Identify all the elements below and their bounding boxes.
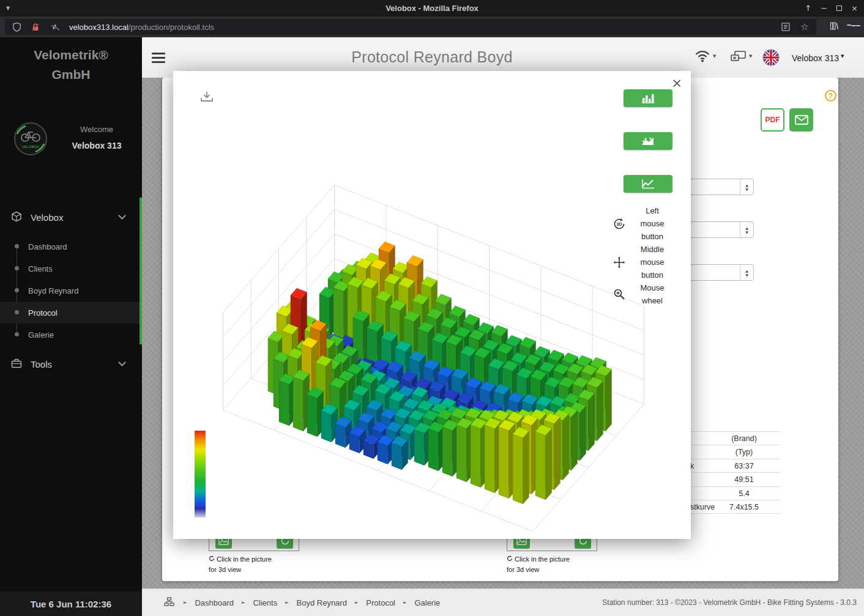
logo-text: VELOBOX — [22, 145, 40, 149]
breadcrumb-dashboard[interactable]: Dashboard — [195, 598, 234, 607]
view-area-chart-button[interactable] — [624, 132, 672, 150]
legend-zoom-entry: Mouse wheel — [611, 281, 677, 307]
legend-rotate-entry: 3D Left mouse button — [611, 204, 677, 243]
legend-line: mouse — [627, 217, 677, 230]
sidebar-item-protocol[interactable]: Protocol — [0, 302, 142, 324]
remote-desktop-caret-icon[interactable]: ▼ — [749, 54, 752, 59]
keep-on-top-icon[interactable]: ↑ — [805, 4, 811, 13]
stepper-up-icon[interactable]: ▲ — [745, 183, 748, 187]
nav-section-label: Tools — [31, 359, 52, 369]
breadcrumb-galerie[interactable]: Galerie — [414, 598, 440, 607]
nav-section-tools[interactable]: Tools — [0, 351, 142, 377]
sidebar-item-dashboard[interactable]: Dashboard — [0, 236, 142, 258]
view-line-chart-button[interactable] — [624, 175, 672, 193]
menu-hamburger-icon[interactable] — [847, 19, 860, 32]
url-path: /production/protokoll.tcls — [128, 23, 214, 32]
download-chart-icon[interactable] — [200, 91, 214, 105]
sidebar-item-label: Galerie — [28, 330, 54, 340]
row-value: 49:51 — [707, 475, 781, 484]
reader-view-icon[interactable] — [779, 20, 792, 34]
tab-list-caret-icon[interactable]: ▼ — [6, 6, 10, 11]
view-bar-chart-button[interactable] — [624, 89, 672, 107]
url-bar[interactable]: velobox313.local/production/protokoll.tc… — [5, 19, 816, 35]
breadcrumb-separator-icon: ► — [355, 600, 358, 605]
stepper-down-icon[interactable]: ▼ — [745, 187, 748, 191]
maximize-icon[interactable] — [836, 6, 842, 11]
legend-line: mouse — [627, 256, 677, 269]
rotate-mini-icon — [507, 555, 513, 562]
stepper-up-icon[interactable]: ▲ — [745, 226, 748, 230]
row-value: (Typ) — [707, 448, 781, 456]
modal-close-icon[interactable]: × — [671, 76, 682, 91]
user-menu[interactable]: Velobox 313 — [792, 53, 839, 63]
library-icon[interactable] — [827, 19, 841, 32]
briefcase-icon — [11, 358, 22, 370]
legend-line: wheel — [627, 294, 677, 307]
stepper-down-icon[interactable]: ▼ — [745, 273, 748, 277]
caption-line1: Click in the picture — [217, 555, 272, 563]
stepper-up-icon[interactable]: ▲ — [745, 269, 748, 273]
bar-chart-icon — [641, 93, 655, 103]
breadcrumb-boyd-reynard[interactable]: Boyd Reynard — [297, 598, 347, 607]
nav-section-label: Velobox — [31, 212, 63, 223]
url-text: velobox313.local/production/protokoll.tc… — [69, 23, 773, 32]
row-value: 5.4 — [707, 489, 781, 498]
sidebar-user-name: Velobox 313 — [59, 141, 135, 150]
tracking-shield-icon[interactable] — [10, 20, 23, 34]
caption-line2: for 3d view — [507, 565, 597, 575]
help-icon[interactable]: ? — [825, 90, 836, 102]
breadcrumb-clients[interactable]: Clients — [253, 598, 277, 607]
window-titlebar: ▼ Velobox - Mozilla Firefox ↑ − × — [0, 0, 864, 17]
bullet-dot-icon — [15, 244, 19, 248]
sitemap-icon — [164, 597, 174, 608]
color-scale-legend — [195, 431, 206, 518]
legend-line: Middle — [627, 243, 677, 256]
legend-move-entry: Middle mouse button — [611, 243, 677, 281]
sidebar-item-clients[interactable]: Clients — [0, 258, 142, 280]
mouse-controls-legend: 3D Left mouse button Middle mouse button — [611, 204, 677, 307]
row-value: (Brand) — [707, 434, 781, 443]
pressure-3d-modal: × 3D Left mouse button — [173, 71, 691, 539]
line-chart-icon — [641, 179, 655, 189]
insecure-lock-icon[interactable] — [29, 20, 42, 34]
bullet-dot-icon — [15, 332, 19, 336]
breadcrumb-separator-icon: ► — [242, 600, 245, 605]
chevron-down-icon — [118, 212, 126, 220]
zoom-magnifier-icon — [611, 288, 627, 300]
breadcrumb-separator-icon: ► — [285, 600, 288, 605]
language-flag-icon[interactable] — [762, 49, 780, 69]
minimize-icon[interactable]: − — [821, 4, 827, 13]
breadcrumb-protocol[interactable]: Protocol — [366, 598, 395, 607]
legend-line: button — [627, 269, 677, 281]
area-chart-icon — [641, 136, 655, 146]
breadcrumb-separator-icon: ► — [184, 600, 187, 605]
sidebar-item-boyd-reynard[interactable]: Boyd Reynard — [0, 280, 142, 302]
brand-line1: Velometrik® — [0, 45, 142, 65]
sidebar-clock: Tue 6 Jun 11:02:36 — [0, 592, 142, 616]
sidebar: Velometrik® GmbH VELOBOX Welcome Velobox… — [0, 37, 142, 616]
remote-desktop-icon[interactable] — [731, 51, 747, 65]
bookmark-star-icon[interactable]: ☆ — [798, 20, 811, 34]
permissions-icon[interactable] — [48, 20, 61, 34]
legend-line: button — [627, 230, 677, 243]
stepper-down-icon[interactable]: ▼ — [745, 230, 748, 234]
window-close-icon[interactable]: × — [851, 4, 858, 13]
breadcrumb-separator-icon: ► — [403, 600, 406, 605]
envelope-icon — [795, 115, 808, 125]
brand-name: Velometrik® GmbH — [0, 45, 142, 84]
sidebar-item-label: Clients — [28, 264, 53, 273]
url-host: velobox313.local — [69, 23, 128, 32]
row-value: 7.4x15.5 — [707, 503, 781, 511]
wifi-caret-icon[interactable]: ▼ — [713, 54, 716, 59]
send-email-button[interactable] — [789, 108, 813, 132]
wifi-icon[interactable] — [695, 50, 710, 65]
sidebar-item-galerie[interactable]: Galerie — [0, 324, 142, 346]
user-menu-caret-icon[interactable]: ▼ — [841, 54, 844, 59]
nav-section-velobox[interactable]: Velobox — [0, 204, 142, 231]
rotate-mini-icon — [209, 555, 215, 562]
footer: ► Dashboard ► Clients ► Boyd Reynard ► P… — [142, 588, 864, 616]
export-pdf-button[interactable]: PDF — [761, 108, 784, 132]
bullet-dot-icon — [15, 288, 19, 292]
sidebar-toggle-hamburger-icon[interactable] — [152, 50, 165, 65]
browser-toolbar: velobox313.local/production/protokoll.tc… — [0, 17, 864, 37]
